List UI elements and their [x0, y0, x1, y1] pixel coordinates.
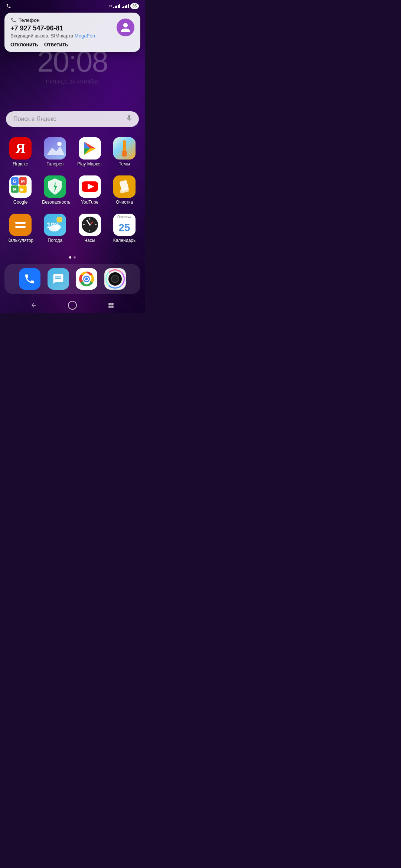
- google-label: Google: [13, 200, 28, 205]
- dock-phone[interactable]: [19, 268, 40, 290]
- answer-button[interactable]: Ответить: [44, 42, 68, 47]
- svg-text:G: G: [13, 178, 16, 184]
- calendar-icon: Пятница 25: [113, 214, 136, 236]
- svg-text:🗺: 🗺: [13, 188, 17, 192]
- clock-icon: [79, 214, 101, 236]
- themes-icon: [113, 137, 136, 160]
- svg-text:M: M: [21, 179, 25, 184]
- dock-chrome-icon: [79, 271, 94, 287]
- search-placeholder: Поиск в Яндекс: [13, 116, 56, 122]
- svg-point-1: [57, 142, 62, 146]
- svg-rect-10: [123, 140, 126, 151]
- clock-label: Часы: [84, 238, 95, 243]
- app-clock[interactable]: Часы: [77, 214, 103, 243]
- status-left: [6, 3, 11, 9]
- svg-rect-54: [111, 306, 114, 308]
- app-security[interactable]: Безопасность: [42, 175, 68, 205]
- svg-point-35: [53, 224, 61, 230]
- app-cleaner[interactable]: Очистка: [111, 175, 137, 205]
- dock-camera[interactable]: [104, 268, 126, 290]
- cleaner-label: Очистка: [116, 200, 133, 205]
- calculator-label: Калькулятор: [7, 238, 33, 243]
- svg-point-45: [89, 224, 91, 226]
- app-youtube[interactable]: YouTube: [77, 175, 103, 205]
- notif-app-name: Телефон: [19, 17, 40, 23]
- status-bar: H 85: [0, 0, 145, 10]
- security-label: Безопасность: [42, 200, 68, 205]
- page-dots: [0, 256, 145, 259]
- svg-rect-52: [108, 306, 111, 308]
- app-grid: Я Яндекс Галерея: [0, 133, 145, 256]
- call-icon: [6, 3, 11, 9]
- svg-rect-53: [111, 303, 114, 305]
- signal-1: [113, 4, 120, 8]
- youtube-label: YouTube: [81, 200, 98, 205]
- avatar-icon: [120, 22, 131, 33]
- dock-messages[interactable]: [48, 268, 69, 290]
- search-bar[interactable]: Поиск в Яндекс: [6, 111, 139, 127]
- youtube-icon: [79, 175, 101, 198]
- notif-subtitle: Входящий вызов, SIM-карта MegaFon: [10, 33, 134, 39]
- dock: [4, 264, 140, 294]
- playmarket-label: Play Маркет: [77, 161, 102, 167]
- notification-card: Телефон +7 927 547-96-81 Входящий вызов,…: [4, 13, 140, 52]
- yandex-icon: Я: [9, 137, 32, 160]
- notif-header: Телефон: [10, 17, 134, 23]
- app-weather[interactable]: 19° Погода: [42, 214, 68, 243]
- app-google[interactable]: G M 🗺 ▶ Google: [7, 175, 33, 205]
- signal-2: [122, 4, 129, 8]
- dock-messages-icon: [52, 273, 64, 285]
- gallery-icon: [44, 137, 66, 160]
- app-calculator[interactable]: Калькулятор: [7, 214, 33, 243]
- gallery-label: Галерея: [46, 161, 63, 167]
- app-calendar[interactable]: Пятница 25 Календарь: [111, 214, 137, 243]
- app-yandex[interactable]: Я Яндекс: [7, 137, 33, 167]
- nav-bar: [0, 297, 145, 313]
- calendar-day-name: Пятница: [113, 214, 136, 220]
- mic-icon[interactable]: [125, 115, 133, 124]
- status-right: H 85: [109, 3, 139, 9]
- page-dot-1: [69, 256, 71, 259]
- app-themes[interactable]: Темы: [111, 137, 137, 167]
- security-icon: [44, 175, 66, 198]
- notif-phone-icon: [10, 17, 16, 23]
- camera-inner: [108, 272, 122, 286]
- battery-indicator: 85: [130, 3, 139, 9]
- svg-rect-11: [122, 151, 127, 157]
- app-gallery[interactable]: Галерея: [42, 137, 68, 167]
- svg-point-33: [56, 217, 62, 223]
- yandex-label: Яндекс: [13, 161, 28, 167]
- weather-icon: 19°: [44, 214, 66, 236]
- nav-back-button[interactable]: [30, 302, 38, 309]
- nav-home-button[interactable]: [68, 301, 77, 310]
- svg-point-50: [85, 277, 88, 280]
- calendar-day-number: 25: [113, 220, 136, 236]
- page-dot-2: [74, 256, 76, 259]
- svg-rect-29: [15, 222, 26, 224]
- notif-phone-number: +7 927 547-96-81: [10, 24, 134, 32]
- playmarket-icon: [79, 137, 101, 160]
- h-indicator: H: [109, 4, 112, 8]
- cleaner-icon: [113, 175, 136, 198]
- notif-actions: Отклонить Ответить: [10, 42, 134, 47]
- google-icon: G M 🗺 ▶: [9, 175, 32, 198]
- notif-carrier: MegaFon: [75, 33, 95, 39]
- svg-rect-0: [44, 137, 66, 160]
- svg-text:▶: ▶: [20, 187, 24, 192]
- app-row-1: Я Яндекс Галерея: [7, 137, 137, 167]
- search-bar-container: Поиск в Яндекс: [6, 111, 139, 127]
- app-playmarket[interactable]: Play Маркет: [77, 137, 103, 167]
- weather-label: Погода: [48, 238, 63, 243]
- camera-lens: [111, 275, 119, 283]
- dock-phone-icon: [24, 273, 36, 285]
- nav-recents-button[interactable]: [107, 302, 115, 309]
- notif-avatar: [117, 19, 134, 36]
- svg-rect-51: [108, 303, 111, 305]
- calculator-icon: [9, 214, 32, 236]
- themes-label: Темы: [119, 161, 130, 167]
- decline-button[interactable]: Отклонить: [10, 42, 38, 47]
- app-row-2: G M 🗺 ▶ Google Бе: [7, 175, 137, 205]
- svg-rect-28: [9, 214, 32, 236]
- dock-chrome[interactable]: [76, 268, 97, 290]
- svg-rect-30: [15, 226, 26, 228]
